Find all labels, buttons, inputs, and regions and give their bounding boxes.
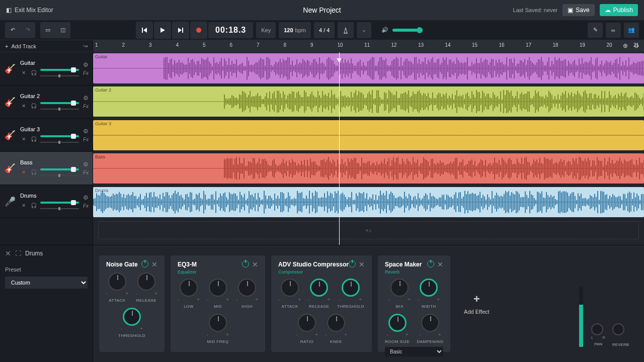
- knob-attack[interactable]: -+ ATTACK: [106, 273, 128, 303]
- split-button[interactable]: ◫: [55, 23, 70, 38]
- bpm-selector[interactable]: 120 bpm: [279, 22, 311, 38]
- knob-threshold[interactable]: -+ THRESHOLD: [337, 279, 364, 309]
- zoom-in-button[interactable]: ⊕: [621, 41, 630, 50]
- add-track-button[interactable]: + Add Track: [5, 43, 36, 49]
- track-row[interactable]: 🎸 Guitar 2 ✕ 🎧 ⚙ Fx: [0, 85, 93, 119]
- gear-icon[interactable]: ⚙: [83, 61, 89, 68]
- effect-power-button[interactable]: [427, 260, 434, 267]
- effect-close-button[interactable]: ✕: [359, 260, 365, 268]
- solo-button[interactable]: 🎧: [30, 168, 37, 175]
- track-volume-slider[interactable]: [40, 167, 79, 177]
- fx-button[interactable]: Fx: [83, 170, 89, 175]
- knob-mid[interactable]: -+ MID: [207, 279, 229, 309]
- knob-ratio[interactable]: -+ RATIO: [296, 314, 318, 344]
- track-volume-slider[interactable]: [40, 101, 79, 111]
- metronome-button[interactable]: [338, 22, 354, 38]
- audio-clip[interactable]: Guitar 3: [93, 120, 644, 150]
- record-button[interactable]: [190, 22, 207, 39]
- knob-release[interactable]: -+ RELEASE: [308, 279, 330, 309]
- undo-button[interactable]: ↶: [5, 23, 20, 38]
- automation-icon[interactable]: ↝: [83, 43, 88, 49]
- track-volume-slider[interactable]: [40, 134, 79, 144]
- mute-button[interactable]: ✕: [20, 168, 27, 175]
- gear-icon[interactable]: ⚙: [83, 194, 89, 201]
- reverb-knob[interactable]: [612, 323, 624, 335]
- knob-width[interactable]: -+ WIDTH: [418, 279, 440, 309]
- redo-button[interactable]: ↷: [20, 23, 35, 38]
- track-name[interactable]: Guitar 2: [20, 93, 79, 99]
- expand-fx-button[interactable]: ⛶: [15, 250, 21, 257]
- track-name[interactable]: Bass: [20, 159, 79, 165]
- solo-button[interactable]: 🎧: [30, 69, 37, 76]
- mute-button[interactable]: ✕: [20, 102, 27, 109]
- solo-button[interactable]: 🎧: [30, 135, 37, 142]
- audio-clip[interactable]: Bass: [93, 153, 644, 184]
- knob-attack[interactable]: -+ ATTACK: [279, 279, 301, 309]
- collab-button[interactable]: 👥: [624, 23, 639, 38]
- add-effect-button[interactable]: + Add Effect: [456, 255, 497, 352]
- knob-knee[interactable]: -+ KNEE: [325, 314, 347, 344]
- tracks-canvas[interactable]: Guitar Guitar 2 Guitar 3 Bass Drums +♪: [93, 52, 644, 245]
- knob-low[interactable]: -+ LOW: [178, 279, 200, 309]
- snap-button[interactable]: ▭: [40, 23, 55, 38]
- pan-knob[interactable]: [591, 323, 603, 335]
- preset-select[interactable]: Custom: [5, 277, 88, 289]
- publish-button[interactable]: ☁ Publish: [600, 4, 638, 16]
- skip-start-button[interactable]: [136, 22, 153, 39]
- effect-close-button[interactable]: ✕: [151, 260, 157, 268]
- dropdown-button[interactable]: ⌄: [357, 22, 371, 38]
- effect-power-button[interactable]: [242, 260, 249, 267]
- knob-mix[interactable]: -+ MIX: [388, 279, 411, 309]
- track-row[interactable]: 🎤 Drums ✕ 🎧 ⚙ Fx: [0, 185, 93, 218]
- track-volume-slider[interactable]: [40, 67, 79, 77]
- master-volume-slider[interactable]: [392, 29, 423, 32]
- effect-power-button[interactable]: [349, 260, 356, 267]
- key-selector[interactable]: Key: [256, 22, 276, 38]
- play-button[interactable]: [154, 22, 171, 39]
- track-row[interactable]: 🎸 Guitar 3 ✕ 🎧 ⚙ Fx: [0, 119, 93, 152]
- timesig-selector[interactable]: 4 / 4: [314, 22, 335, 38]
- playhead[interactable]: [339, 52, 340, 245]
- fx-button[interactable]: Fx: [83, 104, 89, 109]
- track-row[interactable]: 🎸 Bass ✕ 🎧 ⚙ Fx: [0, 152, 93, 185]
- effect-preset-select[interactable]: Basic: [385, 347, 443, 356]
- track-row[interactable]: 🎸 Guitar ✕ 🎧 ⚙ Fx: [0, 52, 93, 85]
- gear-icon[interactable]: ⚙: [83, 95, 89, 102]
- effect-power-button[interactable]: [141, 260, 148, 267]
- save-button[interactable]: ▣ Save: [562, 4, 594, 16]
- knob-release[interactable]: -+ RELEASE: [135, 273, 157, 303]
- fx-button[interactable]: Fx: [83, 203, 89, 209]
- solo-button[interactable]: 🎧: [30, 202, 37, 209]
- gear-icon[interactable]: ⚙: [83, 128, 89, 135]
- knob-dampening[interactable]: -+ DAMPENING: [417, 314, 443, 344]
- timeline[interactable]: ⊕ ⊖ 123456789101112131415161718192021222…: [93, 40, 644, 245]
- loop-button[interactable]: ∞: [606, 23, 621, 38]
- track-volume-slider[interactable]: [40, 200, 79, 210]
- brush-button[interactable]: ✎: [588, 23, 603, 38]
- knob-threshold[interactable]: -+ THRESHOLD: [118, 308, 145, 338]
- audio-clip[interactable]: Guitar 2: [93, 86, 644, 117]
- effect-close-button[interactable]: ✕: [252, 260, 258, 268]
- ruler[interactable]: ⊕ ⊖ 123456789101112131415161718192021222…: [93, 40, 644, 52]
- mute-button[interactable]: ✕: [20, 202, 27, 209]
- effect-close-button[interactable]: ✕: [437, 260, 443, 268]
- track-name[interactable]: Guitar 3: [20, 126, 79, 132]
- skip-end-button[interactable]: [172, 22, 189, 39]
- track-name[interactable]: Guitar: [20, 60, 79, 66]
- empty-track-dropzone[interactable]: +♪: [98, 221, 639, 239]
- gear-icon[interactable]: ⚙: [83, 161, 89, 168]
- mute-button[interactable]: ✕: [20, 135, 27, 142]
- time-display[interactable]: 00:18.3: [208, 22, 253, 38]
- audio-clip[interactable]: Guitar: [93, 53, 644, 83]
- exit-mix-editor-button[interactable]: ◧ Exit Mix Editor: [6, 7, 53, 14]
- solo-button[interactable]: 🎧: [30, 102, 37, 109]
- mute-button[interactable]: ✕: [20, 69, 27, 76]
- knob-mid-freq[interactable]: -+ MID FREQ: [207, 314, 229, 344]
- close-fx-button[interactable]: ✕: [5, 249, 11, 257]
- fx-button[interactable]: Fx: [83, 70, 89, 76]
- track-name[interactable]: Drums: [20, 193, 79, 199]
- audio-clip[interactable]: Drums: [93, 187, 644, 217]
- knob-room-size[interactable]: -+ ROOM SIZE: [385, 314, 410, 344]
- knob-high[interactable]: -+ HIGH: [236, 279, 258, 309]
- fx-button[interactable]: Fx: [83, 137, 89, 142]
